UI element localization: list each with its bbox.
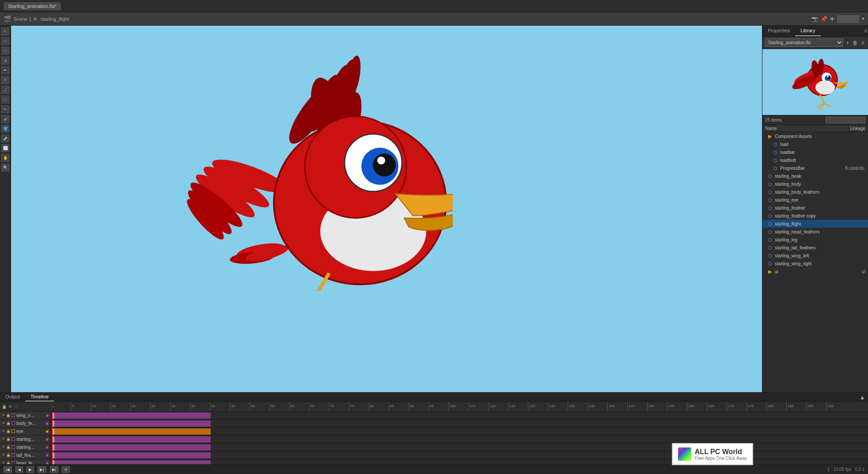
layer-outline-icon[interactable] xyxy=(11,429,15,433)
outline-all-icon[interactable]: □ xyxy=(14,405,16,409)
tab-timeline[interactable]: Timeline xyxy=(25,393,54,401)
lasso-tool[interactable]: ⌀ xyxy=(1,57,9,65)
timeline-collapse-btn[interactable]: ▲ xyxy=(857,393,868,401)
layer-visibility-icon[interactable]: 👁 xyxy=(2,413,5,417)
zoom-tool[interactable]: 🔍 xyxy=(1,164,9,172)
layer-lock-icon[interactable]: 🔒 xyxy=(6,445,11,449)
leg xyxy=(281,273,336,291)
library-item-name: starling_tail_feathers xyxy=(775,245,833,250)
tab-library[interactable]: Library xyxy=(795,26,821,36)
layer-visibility-icon[interactable]: 👁 xyxy=(2,421,5,425)
library-item[interactable]: ⬡starling_tail_feathers xyxy=(762,244,868,252)
layer-outline-icon[interactable] xyxy=(11,453,15,457)
lib-new-symbol-btn[interactable]: + xyxy=(845,40,850,46)
timeline-layer[interactable]: 👁 🔒 starling... xyxy=(0,436,50,443)
library-item[interactable]: ⬡starling_beak xyxy=(762,172,868,180)
layer-outline-icon[interactable] xyxy=(11,421,15,425)
tab-properties[interactable]: Properties xyxy=(762,26,795,36)
transform-tool[interactable]: ⬡ xyxy=(1,47,9,55)
library-item[interactable]: ⬡starling_head_feathers xyxy=(762,228,868,236)
symbol-icon: ⬡ xyxy=(772,141,778,147)
step-back-btn[interactable]: ◀ xyxy=(15,466,23,473)
timeline-layer[interactable]: 👁 🔒 tail_fea... xyxy=(0,451,50,459)
layer-outline-icon[interactable] xyxy=(11,445,15,449)
select-tool[interactable]: ↖ xyxy=(1,27,9,35)
layer-lock-icon[interactable]: 🔒 xyxy=(6,453,11,457)
lib-delete-btn[interactable]: 🗑 xyxy=(852,40,859,46)
layer-visibility-icon[interactable]: 👁 xyxy=(2,437,5,441)
ruler-mark: 190 xyxy=(806,402,826,411)
text-tool[interactable]: T xyxy=(1,76,9,84)
library-item[interactable]: ⬡starling_eye xyxy=(762,196,868,204)
layer-visibility-icon[interactable]: 👁 xyxy=(2,453,5,457)
hand-tool[interactable]: ✋ xyxy=(1,154,9,162)
pencil-tool[interactable]: ✏ xyxy=(1,105,9,113)
layer-outline-icon[interactable] xyxy=(11,437,15,441)
layer-outline-icon[interactable] xyxy=(11,461,15,464)
lock-all-icon[interactable]: 🔒 xyxy=(2,405,7,409)
library-file-select[interactable]: Starling_animation.fla xyxy=(765,38,843,47)
panel-collapse-btn[interactable]: ≡ xyxy=(863,26,868,36)
pen-tool[interactable]: ✒ xyxy=(1,66,9,74)
goto-last-frame-btn[interactable]: ▶| xyxy=(50,466,58,473)
layer-lock-icon[interactable]: 🔒 xyxy=(6,413,11,417)
tab-output[interactable]: Output xyxy=(0,393,25,401)
breadcrumb-arrow: ▶ xyxy=(34,16,38,22)
line-tool[interactable]: ╱ xyxy=(1,86,9,94)
paint-bucket[interactable]: 🪣 xyxy=(1,125,9,133)
library-item[interactable]: ⬡starling_body_feathers xyxy=(762,188,868,196)
frame-block xyxy=(52,420,211,427)
timeline-layers: 🔒 👁 □ 👁 🔒 wing_ri... 👁 🔒 body_fe... 👁 🔒 … xyxy=(0,402,51,464)
timeline-layer[interactable]: 👁 🔒 eye xyxy=(0,428,50,436)
eraser-tool[interactable]: ⬜ xyxy=(1,144,9,152)
play-btn[interactable]: ▶ xyxy=(27,466,34,473)
lib-properties-btn[interactable]: ≡ xyxy=(860,40,865,46)
goto-first-frame-btn[interactable]: |◀ xyxy=(4,466,12,473)
layer-outline-icon[interactable] xyxy=(11,413,15,417)
time-display: 0.0 s xyxy=(855,467,864,472)
rect-tool[interactable]: □ xyxy=(1,96,9,103)
playhead[interactable] xyxy=(52,412,53,464)
library-item[interactable]: ⬡starling_wing_right xyxy=(762,260,868,268)
loop-btn[interactable]: ↺ xyxy=(62,466,70,473)
document-tab[interactable]: Starling_animation.fla* xyxy=(4,2,61,10)
library-item[interactable]: ⬡starling_feather copy xyxy=(762,212,868,220)
step-forward-btn[interactable]: ▶| xyxy=(38,466,46,473)
layer-lock-icon[interactable]: 🔒 xyxy=(6,429,11,433)
layer-visibility-icon[interactable]: 👁 xyxy=(2,461,5,464)
canvas-area[interactable] xyxy=(11,26,762,392)
zoom-input[interactable]: 100% xyxy=(837,15,859,23)
library-item[interactable]: ⬡starling_leg xyxy=(762,236,868,244)
layer-visibility-icon[interactable]: 👁 xyxy=(2,445,5,449)
layer-lock-icon[interactable]: 🔒 xyxy=(6,461,11,464)
timeline-layer[interactable]: 👁 🔒 wing_ri... xyxy=(0,412,50,420)
library-item-name: starling_body xyxy=(775,182,833,187)
right-panel: Properties Library ≡ Starling_animation.… xyxy=(762,26,868,392)
visibility-all-icon[interactable]: 👁 xyxy=(8,405,12,409)
library-item[interactable]: ⬡loadbutt xyxy=(762,156,868,164)
brush-tool[interactable]: 🖌 xyxy=(1,115,9,123)
layer-visibility-icon[interactable]: 👁 xyxy=(2,429,5,433)
layer-lock-icon[interactable]: 🔒 xyxy=(6,421,11,425)
ruler-mark: 50 xyxy=(250,402,269,411)
eyedropper[interactable]: 💉 xyxy=(1,134,9,142)
library-item[interactable]: ⬡starling_body xyxy=(762,180,868,188)
timeline-layer[interactable]: 👁 🔒 body_fe... xyxy=(0,420,50,428)
layer-lock-icon[interactable]: 🔒 xyxy=(6,437,11,441)
zoom-dropdown-icon[interactable]: ▾ xyxy=(862,16,864,22)
library-item[interactable]: ⬡loadbar xyxy=(762,148,868,156)
library-item[interactable]: ⬡starling_feather xyxy=(762,204,868,212)
library-item[interactable]: ⬡ProgressBarfl.controls. xyxy=(762,164,868,172)
timeline-layer[interactable]: 👁 🔒 starling... xyxy=(0,443,50,451)
library-item[interactable]: ⬡starling_flight xyxy=(762,220,868,228)
subselect-tool[interactable]: ⊹ xyxy=(1,37,9,45)
library-item[interactable]: ⬡load xyxy=(762,140,868,148)
library-search-input[interactable] xyxy=(826,117,865,123)
panel-tabs: Properties Library ≡ xyxy=(762,26,868,37)
timeline-layer[interactable]: 👁 🔒 head_fe... xyxy=(0,459,50,464)
library-item[interactable]: ⬡starling_wing_left xyxy=(762,252,868,260)
library-item[interactable]: ▶Component Assets xyxy=(762,132,868,140)
ruler-mark: 70 xyxy=(329,402,349,411)
timeline-track xyxy=(51,428,868,436)
library-item[interactable]: ▶uiui xyxy=(762,268,868,275)
